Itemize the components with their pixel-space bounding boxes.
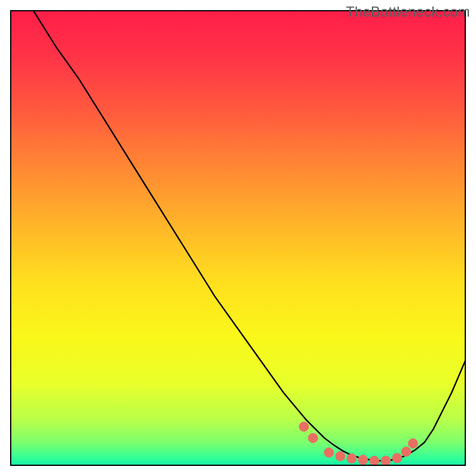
trough-marker [381,456,390,465]
trough-marker [324,448,334,458]
trough-marker [358,455,368,465]
trough-marker [392,453,402,463]
trough-marker [347,454,356,464]
chart-container: TheBottleneck.com [0,0,476,476]
trough-marker [299,422,309,431]
trough-marker [308,433,318,443]
watermark-text: TheBottleneck.com [346,4,470,20]
plot-svg [0,0,476,476]
trough-marker [408,439,418,448]
trough-marker [369,456,379,465]
trough-marker [402,447,411,456]
trough-marker [336,452,345,461]
